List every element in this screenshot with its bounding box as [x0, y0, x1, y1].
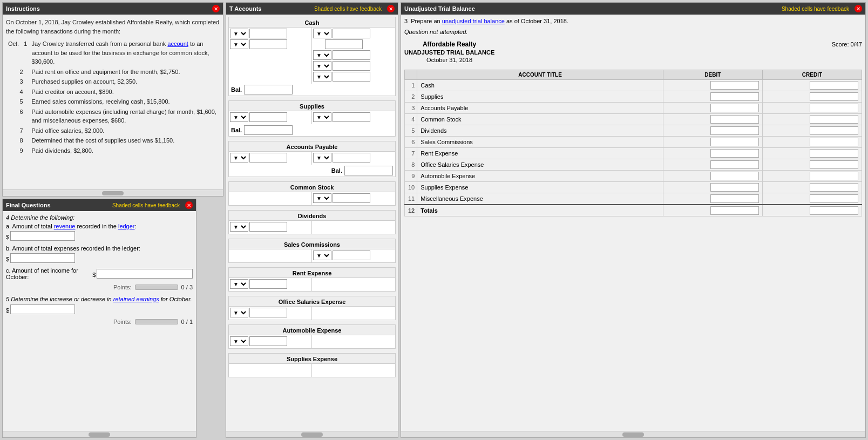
- scrollbar-thumb-utb: [622, 432, 644, 437]
- cash-right-select-5[interactable]: ▼: [313, 72, 331, 82]
- instructions-body: On October 1, 2018, Jay Crowley establis…: [3, 15, 223, 189]
- cs-right-input-1[interactable]: [333, 193, 370, 203]
- cash-left-input-1[interactable]: [249, 29, 287, 38]
- final-close-button[interactable]: ✕: [185, 201, 193, 209]
- cash-right-input-4[interactable]: [333, 61, 370, 71]
- utb-scrollbar[interactable]: [401, 431, 865, 437]
- debit-se-input[interactable]: [710, 183, 759, 192]
- q5-input[interactable]: [10, 304, 75, 314]
- debit-cash-input[interactable]: [710, 81, 759, 90]
- cs-right-row-1: ▼: [313, 193, 394, 203]
- os-left: ▼: [229, 307, 312, 320]
- cash-right-select-1[interactable]: ▼: [313, 29, 331, 38]
- account-rent-expense: Rent Expense: [417, 148, 663, 159]
- sc-right-input-1[interactable]: [333, 251, 370, 260]
- credit-cs-input[interactable]: [810, 115, 858, 124]
- debit-cs-input[interactable]: [710, 115, 759, 124]
- credit-totals-input[interactable]: [810, 206, 858, 215]
- cash-left-row-2: ▼: [230, 39, 310, 49]
- supplies-left-select-1[interactable]: ▼: [230, 112, 248, 122]
- credit-os-input[interactable]: [810, 160, 858, 169]
- debit-supplies-input[interactable]: [710, 92, 759, 101]
- debit-sc-input[interactable]: [710, 138, 759, 146]
- taccounts-scrollbar[interactable]: [226, 431, 398, 437]
- account-link[interactable]: account: [167, 40, 188, 47]
- ae-left-input-1[interactable]: [249, 336, 287, 346]
- credit-sc-input[interactable]: [810, 138, 858, 146]
- credit-se-input[interactable]: [810, 183, 858, 192]
- part-a-input[interactable]: [10, 231, 75, 241]
- cash-right-input-2[interactable]: [325, 39, 363, 49]
- row-num-1: 1: [405, 80, 417, 91]
- utb-instruction-link[interactable]: unadjusted trial balance: [442, 18, 505, 24]
- points-label-4: Points:: [113, 284, 132, 290]
- ap-right-input-1[interactable]: [333, 153, 370, 163]
- supplies-left: ▼: [229, 111, 312, 124]
- instructions-scrollbar[interactable]: [3, 189, 223, 196]
- revenue-link[interactable]: revenue: [54, 223, 76, 229]
- utb-col-account: ACCOUNT TITLE: [417, 70, 663, 80]
- debit-ap-input[interactable]: [710, 104, 759, 112]
- ae-left-select-1[interactable]: ▼: [230, 336, 248, 346]
- cash-left-select-1[interactable]: ▼: [230, 29, 248, 38]
- credit-cs: [762, 114, 862, 125]
- table-row: 4 Paid creditor on account, $890.: [6, 87, 220, 97]
- os-left-input-1[interactable]: [249, 308, 287, 317]
- sc-right-select-1[interactable]: ▼: [313, 251, 331, 260]
- cs-left: [229, 192, 312, 205]
- ap-left-input-1[interactable]: [249, 153, 287, 163]
- row-num-8: 8: [405, 159, 417, 171]
- supplies-title: Supplies: [229, 101, 395, 111]
- cash-right-input-5[interactable]: [333, 72, 370, 82]
- cash-left-input-2[interactable]: [249, 39, 287, 49]
- os-left-select-1[interactable]: ▼: [230, 308, 248, 317]
- div-left-select-1[interactable]: ▼: [230, 222, 248, 232]
- cash-right-select-3[interactable]: ▼: [313, 50, 331, 60]
- debit-rent-input[interactable]: [710, 149, 759, 158]
- cash-right-input-1[interactable]: [333, 29, 370, 38]
- taccounts-close-button[interactable]: ✕: [387, 5, 395, 12]
- div-left-input-1[interactable]: [249, 222, 287, 232]
- cash-right-select-4[interactable]: ▼: [313, 61, 331, 71]
- debit-os-input[interactable]: [710, 160, 759, 169]
- ap-right-select-1[interactable]: ▼: [313, 153, 331, 163]
- credit-me-input[interactable]: [810, 194, 858, 203]
- ap-left: ▼: [229, 152, 312, 165]
- debit-ae: [663, 171, 762, 182]
- instructions-close-button[interactable]: ✕: [212, 5, 220, 12]
- supplies-right-select-1[interactable]: ▼: [313, 112, 331, 122]
- debit-dividends-input[interactable]: [710, 126, 759, 135]
- debit-cash: [663, 80, 762, 91]
- cash-left-select-2[interactable]: ▼: [230, 39, 248, 49]
- cash-bal-input[interactable]: [244, 85, 293, 94]
- part-c-input[interactable]: [97, 269, 193, 279]
- re-left-input-1[interactable]: [249, 279, 287, 289]
- debit-me-input[interactable]: [710, 194, 759, 203]
- table-row: 4 Common Stock: [405, 114, 862, 125]
- credit-rent-input[interactable]: [810, 149, 858, 158]
- credit-ae-input[interactable]: [810, 172, 858, 180]
- supplies-left-input-1[interactable]: [249, 112, 287, 122]
- utb-title: Unadjusted Trial Balance: [404, 5, 475, 12]
- ap-left-select-1[interactable]: ▼: [230, 153, 248, 163]
- final-questions-panel: Final Questions Shaded cells have feedba…: [2, 199, 196, 438]
- final-scrollbar[interactable]: [3, 431, 196, 437]
- cash-right-input-3[interactable]: [333, 50, 370, 60]
- part-b-input[interactable]: [10, 253, 75, 263]
- cs-right-select-1[interactable]: ▼: [313, 193, 331, 203]
- supplies-bal-input[interactable]: [244, 125, 293, 135]
- ledger-link[interactable]: ledger: [118, 223, 135, 229]
- supplies-right-input-1[interactable]: [333, 112, 370, 122]
- table-row: 3 Accounts Payable: [405, 103, 862, 114]
- credit-ap-input[interactable]: [810, 104, 858, 112]
- utb-close-button[interactable]: ✕: [855, 5, 862, 12]
- re-left-select-1[interactable]: ▼: [230, 279, 248, 289]
- question-4-section: 4 Determine the following: a. Amount of …: [6, 214, 193, 290]
- credit-dividends-input[interactable]: [810, 126, 858, 135]
- ap-bal-input[interactable]: [344, 166, 393, 175]
- debit-ae-input[interactable]: [710, 172, 759, 180]
- retained-earnings-link[interactable]: retained earnings: [113, 296, 159, 302]
- debit-totals-input[interactable]: [710, 206, 759, 215]
- credit-cash-input[interactable]: [810, 81, 858, 90]
- credit-supplies-input[interactable]: [810, 92, 858, 101]
